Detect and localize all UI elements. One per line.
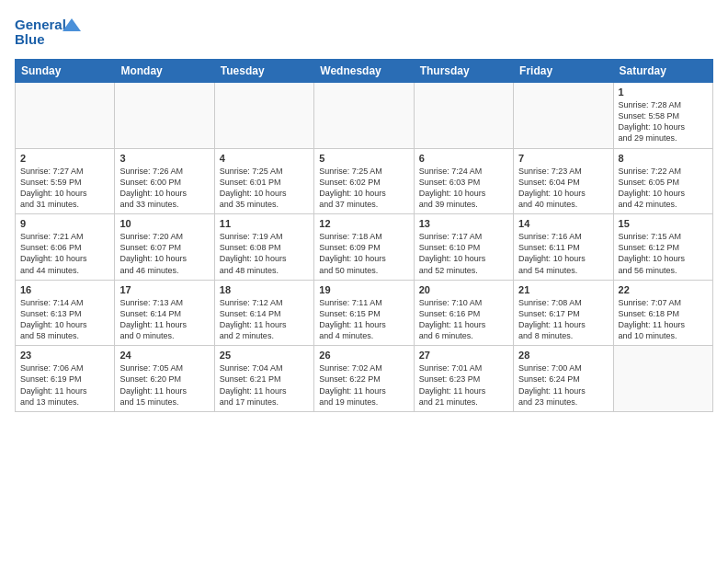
day-info: Sunrise: 7:21 AM Sunset: 6:06 PM Dayligh…: [20, 231, 109, 276]
col-header-monday: Monday: [115, 60, 214, 83]
col-header-thursday: Thursday: [414, 60, 513, 83]
day-info: Sunrise: 7:19 AM Sunset: 6:08 PM Dayligh…: [220, 231, 309, 276]
day-number: 16: [20, 284, 109, 295]
day-cell: 10Sunrise: 7:20 AM Sunset: 6:07 PM Dayli…: [115, 214, 214, 281]
day-cell: 1Sunrise: 7:28 AM Sunset: 5:58 PM Daylig…: [613, 83, 712, 149]
day-cell: 19Sunrise: 7:11 AM Sunset: 6:15 PM Dayli…: [314, 280, 414, 346]
day-cell: 13Sunrise: 7:17 AM Sunset: 6:10 PM Dayli…: [414, 214, 513, 281]
logo-svg: General Blue: [15, 15, 88, 48]
day-cell: 9Sunrise: 7:21 AM Sunset: 6:06 PM Daylig…: [16, 214, 115, 281]
week-row-4: 16Sunrise: 7:14 AM Sunset: 6:13 PM Dayli…: [16, 280, 713, 346]
day-cell: 6Sunrise: 7:24 AM Sunset: 6:03 PM Daylig…: [414, 148, 513, 214]
day-info: Sunrise: 7:04 AM Sunset: 6:21 PM Dayligh…: [220, 362, 309, 408]
day-info: Sunrise: 7:08 AM Sunset: 6:17 PM Dayligh…: [518, 297, 608, 342]
day-info: Sunrise: 7:14 AM Sunset: 6:13 PM Dayligh…: [20, 297, 109, 342]
day-info: Sunrise: 7:24 AM Sunset: 6:03 PM Dayligh…: [419, 166, 508, 211]
page-header: General Blue: [15, 15, 713, 48]
day-cell: 4Sunrise: 7:25 AM Sunset: 6:01 PM Daylig…: [214, 148, 313, 214]
col-header-saturday: Saturday: [613, 60, 712, 83]
day-info: Sunrise: 7:01 AM Sunset: 6:23 PM Dayligh…: [419, 362, 508, 408]
day-cell: 8Sunrise: 7:22 AM Sunset: 6:05 PM Daylig…: [613, 148, 712, 214]
calendar-table: SundayMondayTuesdayWednesdayThursdayFrid…: [15, 59, 713, 412]
day-number: 9: [20, 218, 109, 229]
day-cell: 7Sunrise: 7:23 AM Sunset: 6:04 PM Daylig…: [514, 148, 613, 214]
day-cell: 22Sunrise: 7:07 AM Sunset: 6:18 PM Dayli…: [613, 280, 712, 346]
day-cell: [613, 346, 712, 412]
week-row-5: 23Sunrise: 7:06 AM Sunset: 6:19 PM Dayli…: [16, 346, 713, 412]
day-number: 14: [518, 218, 608, 229]
day-number: 8: [619, 153, 708, 164]
day-cell: 11Sunrise: 7:19 AM Sunset: 6:08 PM Dayli…: [214, 214, 313, 281]
day-cell: [314, 83, 414, 149]
day-info: Sunrise: 7:25 AM Sunset: 6:01 PM Dayligh…: [220, 166, 309, 211]
day-cell: [115, 83, 214, 149]
day-info: Sunrise: 7:06 AM Sunset: 6:19 PM Dayligh…: [20, 362, 109, 408]
day-number: 28: [518, 350, 608, 361]
day-cell: 24Sunrise: 7:05 AM Sunset: 6:20 PM Dayli…: [115, 346, 214, 412]
day-number: 15: [619, 218, 708, 229]
week-row-1: 1Sunrise: 7:28 AM Sunset: 5:58 PM Daylig…: [16, 83, 713, 149]
svg-text:Blue: Blue: [15, 31, 45, 47]
day-cell: 12Sunrise: 7:18 AM Sunset: 6:09 PM Dayli…: [314, 214, 414, 281]
day-info: Sunrise: 7:18 AM Sunset: 6:09 PM Dayligh…: [319, 231, 408, 276]
day-info: Sunrise: 7:02 AM Sunset: 6:22 PM Dayligh…: [319, 362, 408, 408]
day-cell: [214, 83, 313, 149]
day-info: Sunrise: 7:13 AM Sunset: 6:14 PM Dayligh…: [119, 297, 209, 342]
day-cell: 5Sunrise: 7:25 AM Sunset: 6:02 PM Daylig…: [314, 148, 414, 214]
day-info: Sunrise: 7:15 AM Sunset: 6:12 PM Dayligh…: [619, 231, 708, 276]
day-info: Sunrise: 7:26 AM Sunset: 6:00 PM Dayligh…: [119, 166, 209, 211]
day-cell: 28Sunrise: 7:00 AM Sunset: 6:24 PM Dayli…: [514, 346, 613, 412]
day-number: 25: [220, 350, 309, 361]
day-number: 23: [20, 350, 109, 361]
day-number: 2: [20, 153, 109, 164]
week-row-3: 9Sunrise: 7:21 AM Sunset: 6:06 PM Daylig…: [16, 214, 713, 281]
svg-text:General: General: [15, 17, 66, 32]
day-info: Sunrise: 7:10 AM Sunset: 6:16 PM Dayligh…: [419, 297, 508, 342]
day-number: 13: [419, 218, 508, 229]
day-cell: 3Sunrise: 7:26 AM Sunset: 6:00 PM Daylig…: [115, 148, 214, 214]
day-cell: 17Sunrise: 7:13 AM Sunset: 6:14 PM Dayli…: [115, 280, 214, 346]
day-cell: [16, 83, 115, 149]
day-number: 10: [119, 218, 209, 229]
day-number: 18: [220, 284, 309, 295]
day-info: Sunrise: 7:25 AM Sunset: 6:02 PM Dayligh…: [319, 166, 408, 211]
day-cell: 23Sunrise: 7:06 AM Sunset: 6:19 PM Dayli…: [16, 346, 115, 412]
day-info: Sunrise: 7:27 AM Sunset: 5:59 PM Dayligh…: [20, 166, 109, 211]
day-info: Sunrise: 7:23 AM Sunset: 6:04 PM Dayligh…: [518, 166, 608, 211]
day-cell: 18Sunrise: 7:12 AM Sunset: 6:14 PM Dayli…: [214, 280, 313, 346]
day-cell: 21Sunrise: 7:08 AM Sunset: 6:17 PM Dayli…: [514, 280, 613, 346]
day-number: 3: [119, 153, 209, 164]
day-number: 26: [319, 350, 408, 361]
day-cell: 20Sunrise: 7:10 AM Sunset: 6:16 PM Dayli…: [414, 280, 513, 346]
day-number: 4: [220, 153, 309, 164]
day-info: Sunrise: 7:07 AM Sunset: 6:18 PM Dayligh…: [619, 297, 708, 342]
day-cell: [414, 83, 513, 149]
day-number: 22: [619, 284, 708, 295]
day-number: 17: [119, 284, 209, 295]
day-info: Sunrise: 7:22 AM Sunset: 6:05 PM Dayligh…: [619, 166, 708, 211]
day-info: Sunrise: 7:11 AM Sunset: 6:15 PM Dayligh…: [319, 297, 408, 342]
week-row-2: 2Sunrise: 7:27 AM Sunset: 5:59 PM Daylig…: [16, 148, 713, 214]
day-cell: 25Sunrise: 7:04 AM Sunset: 6:21 PM Dayli…: [214, 346, 313, 412]
day-number: 19: [319, 284, 408, 295]
col-header-friday: Friday: [514, 60, 613, 83]
day-number: 24: [119, 350, 209, 361]
day-number: 11: [220, 218, 309, 229]
day-info: Sunrise: 7:17 AM Sunset: 6:10 PM Dayligh…: [419, 231, 508, 276]
day-number: 12: [319, 218, 408, 229]
day-number: 6: [419, 153, 508, 164]
day-cell: [514, 83, 613, 149]
day-cell: 16Sunrise: 7:14 AM Sunset: 6:13 PM Dayli…: [16, 280, 115, 346]
day-number: 20: [419, 284, 508, 295]
day-number: 21: [518, 284, 608, 295]
day-info: Sunrise: 7:16 AM Sunset: 6:11 PM Dayligh…: [518, 231, 608, 276]
day-number: 1: [619, 86, 708, 98]
logo: General Blue: [15, 15, 88, 48]
day-cell: 14Sunrise: 7:16 AM Sunset: 6:11 PM Dayli…: [514, 214, 613, 281]
col-header-wednesday: Wednesday: [314, 60, 414, 83]
day-info: Sunrise: 7:00 AM Sunset: 6:24 PM Dayligh…: [518, 362, 608, 408]
day-info: Sunrise: 7:28 AM Sunset: 5:58 PM Dayligh…: [619, 99, 708, 144]
day-number: 5: [319, 153, 408, 164]
day-cell: 2Sunrise: 7:27 AM Sunset: 5:59 PM Daylig…: [16, 148, 115, 214]
day-cell: 26Sunrise: 7:02 AM Sunset: 6:22 PM Dayli…: [314, 346, 414, 412]
